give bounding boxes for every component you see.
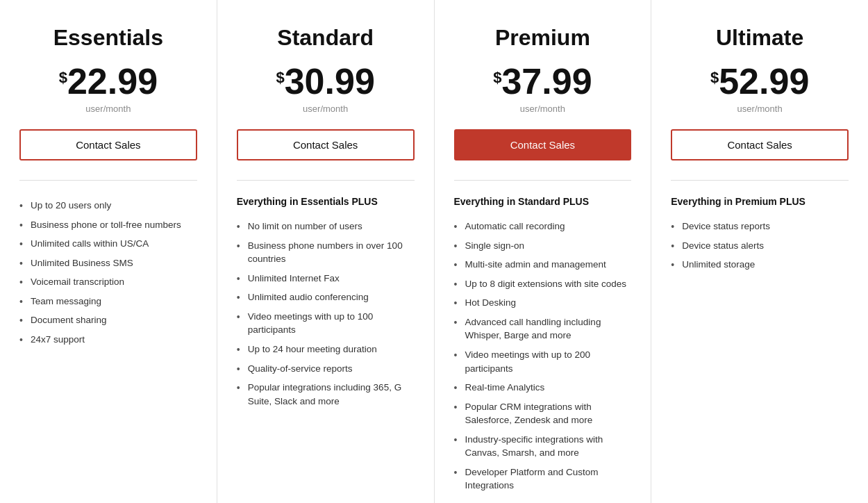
plan-section-title-ultimate: Everything in Premium PLUS bbox=[671, 196, 849, 207]
list-item: Popular integrations including 365, G Su… bbox=[237, 378, 415, 411]
feature-list-premium: Automatic call recordingSingle sign-onMu… bbox=[454, 217, 632, 495]
plan-period-premium: user/month bbox=[454, 104, 632, 114]
plan-price-standard: 30.99 bbox=[285, 63, 375, 99]
list-item: Automatic call recording bbox=[454, 217, 632, 236]
plan-price-row-standard: $30.99 bbox=[237, 63, 415, 99]
plan-price-ultimate: 52.99 bbox=[719, 63, 809, 99]
list-item: No limit on number of users bbox=[237, 217, 415, 236]
list-item: Business phone or toll-free numbers bbox=[19, 215, 197, 235]
list-item: Up to 20 users only bbox=[19, 196, 197, 215]
plan-currency-standard: $ bbox=[276, 69, 284, 87]
plan-currency-premium: $ bbox=[493, 69, 501, 87]
feature-list-standard: No limit on number of usersBusiness phon… bbox=[237, 217, 415, 411]
plan-column-standard: Standard$30.99user/monthContact SalesEve… bbox=[217, 0, 435, 503]
list-item: Popular CRM integrations with Salesforce… bbox=[454, 397, 632, 430]
list-item: Developer Platform and Custom Integratio… bbox=[454, 463, 632, 495]
plan-name-standard: Standard bbox=[237, 25, 415, 51]
divider-ultimate bbox=[671, 180, 849, 181]
pricing-table: Essentials$22.99user/monthContact SalesU… bbox=[0, 0, 868, 503]
list-item: Unlimited calls within US/CA bbox=[19, 234, 197, 254]
plan-name-essentials: Essentials bbox=[19, 25, 197, 51]
list-item: Up to 8 digit extensions with site codes bbox=[454, 274, 632, 294]
plan-period-ultimate: user/month bbox=[671, 104, 849, 114]
list-item: Hot Desking bbox=[454, 293, 632, 313]
plan-currency-essentials: $ bbox=[59, 69, 67, 87]
list-item: Single sign-on bbox=[454, 236, 632, 256]
plan-price-row-essentials: $22.99 bbox=[19, 63, 197, 99]
list-item: Industry-specific integrations with Canv… bbox=[454, 430, 632, 463]
list-item: Unlimited Business SMS bbox=[19, 254, 197, 273]
feature-list-essentials: Up to 20 users onlyBusiness phone or tol… bbox=[19, 196, 197, 349]
plan-price-premium: 37.99 bbox=[501, 63, 592, 99]
plan-price-row-premium: $37.99 bbox=[454, 63, 632, 99]
divider-essentials bbox=[19, 180, 197, 181]
list-item: Real-time Analytics bbox=[454, 378, 632, 397]
contact-sales-button-ultimate[interactable]: Contact Sales bbox=[671, 129, 849, 160]
list-item: 24x7 support bbox=[19, 330, 197, 349]
plan-column-ultimate: Ultimate$52.99user/monthContact SalesEve… bbox=[651, 0, 868, 503]
list-item: Document sharing bbox=[19, 311, 197, 330]
list-item: Unlimited audio conferencing bbox=[237, 288, 415, 307]
list-item: Device status reports bbox=[671, 217, 849, 236]
plan-period-standard: user/month bbox=[237, 104, 415, 114]
contact-sales-button-essentials[interactable]: Contact Sales bbox=[19, 129, 197, 160]
list-item: Unlimited storage bbox=[671, 255, 849, 274]
list-item: Team messaging bbox=[19, 292, 197, 311]
plan-column-essentials: Essentials$22.99user/monthContact SalesU… bbox=[0, 0, 217, 503]
list-item: Up to 24 hour meeting duration bbox=[237, 340, 415, 359]
plan-price-essentials: 22.99 bbox=[67, 63, 158, 99]
plan-section-title-standard: Everything in Essentials PLUS bbox=[237, 196, 415, 207]
plan-name-ultimate: Ultimate bbox=[671, 25, 849, 51]
list-item: Quality-of-service reports bbox=[237, 359, 415, 379]
list-item: Video meetings with up to 200 participan… bbox=[454, 345, 632, 378]
list-item: Device status alerts bbox=[671, 236, 849, 256]
plan-price-row-ultimate: $52.99 bbox=[671, 63, 849, 99]
divider-standard bbox=[237, 180, 415, 181]
list-item: Business phone numbers in over 100 count… bbox=[237, 236, 415, 269]
contact-sales-button-standard[interactable]: Contact Sales bbox=[237, 129, 415, 160]
list-item: Unlimited Internet Fax bbox=[237, 269, 415, 288]
list-item: Video meetings with up to 100 participan… bbox=[237, 307, 415, 340]
feature-list-ultimate: Device status reportsDevice status alert… bbox=[671, 217, 849, 274]
plan-currency-ultimate: $ bbox=[710, 69, 719, 87]
divider-premium bbox=[454, 180, 632, 181]
contact-sales-button-premium[interactable]: Contact Sales bbox=[454, 129, 632, 160]
plan-column-premium: Premium$37.99user/monthContact SalesEver… bbox=[435, 0, 652, 503]
plan-section-title-premium: Everything in Standard PLUS bbox=[454, 196, 632, 207]
list-item: Voicemail transcription bbox=[19, 272, 197, 292]
plan-period-essentials: user/month bbox=[19, 104, 197, 114]
list-item: Multi-site admin and management bbox=[454, 255, 632, 274]
plan-name-premium: Premium bbox=[454, 25, 632, 51]
list-item: Advanced call handling including Whisper… bbox=[454, 313, 632, 345]
